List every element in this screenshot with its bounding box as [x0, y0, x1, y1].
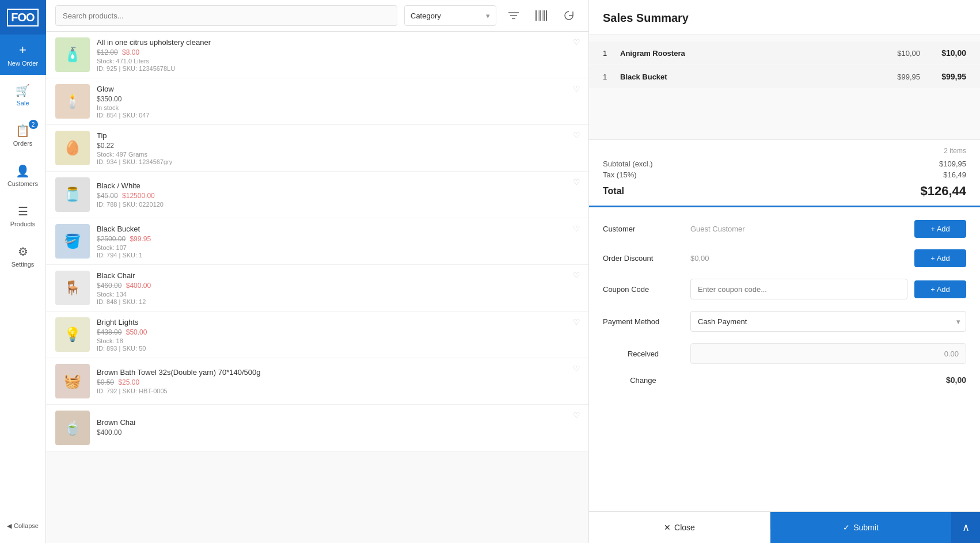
order-item-unit-price: $99,95 [874, 73, 920, 81]
product-item[interactable]: 🥚 Tip $0.22 Stock: 497 Grams ID: 934 | S… [46, 125, 588, 172]
tax-value: $16,49 [943, 170, 966, 179]
total-value: $126,44 [920, 184, 966, 199]
add-customer-button[interactable]: + Add [914, 220, 966, 238]
product-info: Brown Chai $400.00 [97, 418, 579, 438]
new-order-button[interactable]: + New Order [0, 35, 46, 75]
sidebar-item-sale-label: Sale [16, 100, 29, 107]
product-price: $438.00 $50.00 [97, 328, 579, 336]
sidebar-item-orders-label: Orders [13, 140, 33, 147]
favorite-icon[interactable]: ♡ [573, 177, 580, 187]
barcode-icon[interactable] [531, 5, 552, 26]
logo-text: FOO [7, 9, 38, 26]
submit-button[interactable]: ✓ Submit [770, 512, 951, 543]
favorite-icon[interactable]: ♡ [573, 224, 580, 233]
filter-icon[interactable] [503, 5, 524, 26]
product-stock: Stock: 107 [97, 244, 579, 251]
product-name: Tip [97, 131, 579, 140]
product-name: Brown Chai [97, 418, 579, 427]
items-count: 2 items [944, 147, 966, 155]
sidebar-item-orders[interactable]: 📋 Orders 2 [0, 115, 46, 155]
received-label: Received [603, 350, 683, 358]
sidebar-item-settings-label: Settings [12, 261, 35, 268]
product-id-sku: ID: 794 | SKU: 1 [97, 252, 579, 259]
product-item[interactable]: 🪣 Black Bucket $2500.00 $99.95 Stock: 10… [46, 218, 588, 265]
subtotal-label: Subtotal (excl.) [603, 160, 653, 168]
sidebar-item-settings[interactable]: ⚙ Settings [0, 236, 46, 276]
total-row: Total $126,44 [603, 184, 966, 199]
product-info: Bright Lights $438.00 $50.00 Stock: 18 I… [97, 318, 579, 352]
category-select[interactable]: Category ▾ [404, 5, 496, 26]
order-item-row[interactable]: 1 Anigram Roostera $10,00 $10,00 [589, 41, 980, 64]
order-item-row[interactable]: 1 Black Bucket $99,95 $99,95 [589, 65, 980, 88]
product-stock: Stock: 471.0 Liters [97, 58, 579, 64]
order-items: 1 Anigram Roostera $10,00 $10,00 1 Black… [589, 35, 980, 93]
product-name: Black Chair [97, 271, 579, 280]
close-button[interactable]: ✕ Close [589, 512, 770, 543]
favorite-icon[interactable]: ♡ [573, 317, 580, 326]
totals-section: 2 items Subtotal (excl.) $109,95 Tax (15… [589, 139, 980, 206]
product-item[interactable]: 🧴 All in one citrus upholstery cleaner $… [46, 32, 588, 78]
favorite-icon[interactable]: ♡ [573, 271, 580, 280]
favorite-icon[interactable]: ♡ [573, 37, 580, 47]
svg-rect-5 [540, 10, 541, 21]
sidebar-item-customers[interactable]: 👤 Customers [0, 155, 46, 196]
sidebar-item-products[interactable]: ☰ Products [0, 196, 46, 236]
product-thumbnail: 🪑 [55, 271, 90, 305]
search-input[interactable] [55, 5, 397, 26]
payment-select[interactable]: Cash Payment Card Payment Bank Transfer [690, 311, 966, 332]
product-item[interactable]: 🕯️ Glow $350.00 In stock ID: 854 | SKU: … [46, 78, 588, 125]
tax-row: Tax (15%) $16,49 [603, 170, 966, 179]
product-item[interactable]: 🧺 Brown Bath Towel 32s(Double yarn) 70*1… [46, 358, 588, 405]
product-item[interactable]: 🪑 Black Chair $460.00 $400.00 Stock: 134… [46, 265, 588, 312]
products-list: 🧴 All in one citrus upholstery cleaner $… [46, 32, 588, 543]
sidebar-item-sale[interactable]: 🛒 Sale [0, 75, 46, 115]
product-thumbnail: 🪣 [55, 224, 90, 259]
payment-label: Payment Method [603, 317, 683, 326]
product-new-price: $8.00 [122, 48, 139, 56]
product-new-price: $25.00 [118, 378, 139, 386]
more-options-button[interactable]: ∧ [951, 512, 980, 543]
product-thumbnail: 🍵 [55, 411, 90, 445]
favorite-icon[interactable]: ♡ [573, 411, 580, 420]
product-info: Glow $350.00 In stock ID: 854 | SKU: 047 [97, 85, 579, 119]
customers-icon: 👤 [16, 164, 30, 178]
product-item[interactable]: 🍵 Brown Chai $400.00 ♡ [46, 405, 588, 451]
sales-summary-title: Sales Summary [603, 12, 966, 25]
favorite-icon[interactable]: ♡ [573, 131, 580, 140]
product-thumbnail: 🧺 [55, 364, 90, 398]
product-new-price: $0.22 [97, 142, 114, 150]
product-id-sku: ID: 925 | SKU: 12345678LU [97, 65, 579, 72]
collapse-button[interactable]: ◀ Collapse [0, 514, 46, 537]
product-thumbnail: 🫙 [55, 177, 90, 212]
coupon-input[interactable] [690, 279, 907, 299]
product-price: $0.50 $25.00 [97, 378, 579, 386]
product-old-price: $0.50 [97, 378, 114, 386]
customer-row: Customer Guest Customer + Add [589, 214, 980, 244]
product-new-price: $350.00 [97, 95, 121, 103]
settings-icon: ⚙ [18, 245, 28, 259]
total-label: Total [603, 186, 624, 196]
product-item[interactable]: 💡 Bright Lights $438.00 $50.00 Stock: 18… [46, 312, 588, 358]
category-label: Category [411, 12, 441, 20]
favorite-icon[interactable]: ♡ [573, 84, 580, 93]
sidebar: FOO + New Order 🛒 Sale 📋 Orders 2 👤 Cust… [0, 0, 46, 543]
tax-label: Tax (15%) [603, 170, 637, 179]
sale-icon: 🛒 [16, 83, 30, 97]
category-chevron-icon: ▾ [486, 12, 490, 20]
favorite-icon[interactable]: ♡ [573, 364, 580, 373]
customer-label: Customer [603, 225, 683, 233]
product-old-price: $12.00 [97, 48, 118, 56]
plus-icon: + [19, 43, 26, 58]
product-item[interactable]: 🫙 Black / White $45.00 $12500.00 ID: 788… [46, 172, 588, 218]
action-bar: ✕ Close ✓ Submit ∧ [589, 511, 980, 543]
check-icon: ✓ [843, 523, 850, 532]
received-input[interactable] [690, 343, 966, 364]
product-id-sku: ID: 848 | SKU: 12 [97, 298, 579, 305]
order-options: Customer Guest Customer + Add Order Disc… [589, 206, 980, 511]
product-thumbnail: 🕯️ [55, 84, 90, 119]
add-discount-button[interactable]: + Add [914, 249, 966, 267]
add-coupon-button[interactable]: + Add [914, 280, 966, 298]
refresh-icon[interactable] [559, 5, 579, 26]
product-id-sku: ID: 854 | SKU: 047 [97, 112, 579, 119]
svg-rect-7 [544, 10, 545, 21]
